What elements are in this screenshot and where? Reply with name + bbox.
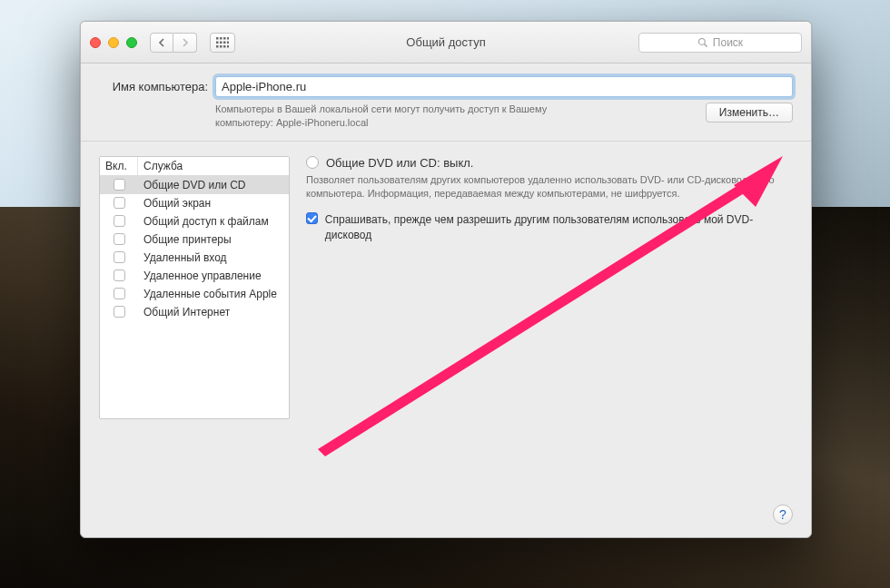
computer-name-input[interactable] (215, 76, 793, 97)
computer-name-label: Имя компьютера: (99, 80, 208, 93)
service-label: Общий доступ к файлам (138, 215, 289, 228)
computer-name-subtext: Компьютеры в Вашей локальной сети могут … (215, 103, 597, 130)
service-label: Удаленное управление (138, 270, 289, 282)
service-checkbox[interactable] (114, 215, 125, 227)
nav-back-forward (150, 33, 197, 53)
svg-rect-11 (227, 45, 229, 48)
service-row[interactable]: Общий Интернет (100, 303, 289, 321)
search-icon (697, 37, 708, 48)
service-status-indicator (306, 156, 319, 169)
svg-rect-1 (220, 37, 222, 40)
chevron-right-icon (182, 38, 189, 47)
svg-rect-6 (223, 41, 226, 44)
window-controls (90, 37, 137, 48)
sharing-body: Вкл. Служба Общие DVD или CDОбщий экранО… (81, 142, 811, 537)
service-label: Общий Интернет (138, 306, 289, 318)
svg-rect-10 (223, 45, 226, 48)
search-placeholder: Поиск (713, 36, 743, 49)
edit-hostname-button[interactable]: Изменить… (706, 103, 793, 122)
show-all-button[interactable] (210, 33, 235, 53)
svg-rect-4 (216, 41, 219, 44)
service-label: Общий экран (138, 197, 289, 210)
service-label: Общие принтеры (138, 233, 289, 246)
service-row[interactable]: Общий доступ к файлам (100, 212, 289, 230)
search-field[interactable]: Поиск (638, 33, 802, 53)
close-window-button[interactable] (90, 37, 101, 48)
service-detail: Общие DVD или CD: выкл. Позволяет пользо… (306, 156, 793, 523)
svg-rect-0 (216, 37, 219, 40)
ask-before-use-checkbox[interactable] (306, 212, 318, 224)
svg-rect-8 (216, 45, 219, 48)
help-button[interactable]: ? (773, 505, 793, 524)
svg-rect-2 (223, 37, 226, 40)
svg-line-13 (704, 44, 707, 46)
svg-rect-7 (227, 41, 229, 44)
service-row[interactable]: Общие DVD или CD (100, 176, 289, 194)
column-on[interactable]: Вкл. (100, 157, 138, 175)
service-label: Удаленный вход (138, 251, 289, 264)
services-table-header: Вкл. Служба (100, 157, 289, 176)
service-checkbox[interactable] (114, 197, 125, 209)
svg-rect-5 (220, 41, 222, 44)
svg-point-12 (698, 38, 705, 44)
grid-icon (216, 37, 229, 48)
service-label: Удаленные события Apple (138, 288, 289, 300)
service-row[interactable]: Удаленные события Apple (100, 285, 289, 303)
service-checkbox[interactable] (114, 288, 125, 299)
service-checkbox[interactable] (114, 306, 125, 318)
service-row[interactable]: Удаленный вход (100, 249, 289, 267)
service-description: Позволяет пользователям других компьютер… (306, 173, 793, 201)
titlebar: Общий доступ Поиск (81, 22, 811, 64)
service-checkbox[interactable] (114, 270, 125, 281)
service-row[interactable]: Удаленное управление (100, 267, 289, 285)
forward-button[interactable] (173, 33, 197, 53)
ask-before-use-label: Спрашивать, прежде чем разрешить другим … (325, 212, 793, 241)
service-label: Общие DVD или CD (138, 179, 289, 191)
service-status-title: Общие DVD или CD: выкл. (326, 156, 473, 170)
svg-rect-9 (220, 45, 222, 48)
service-row[interactable]: Общие принтеры (100, 230, 289, 249)
services-table[interactable]: Вкл. Служба Общие DVD или CDОбщий экранО… (99, 156, 290, 419)
service-row[interactable]: Общий экран (100, 194, 289, 212)
minimize-window-button[interactable] (108, 37, 119, 48)
back-button[interactable] (150, 33, 173, 53)
service-checkbox[interactable] (114, 251, 125, 263)
computer-name-section: Имя компьютера: Компьютеры в Вашей локал… (81, 64, 811, 142)
sharing-preferences-window: Общий доступ Поиск Имя компьютера: Компь… (80, 21, 812, 538)
chevron-left-icon (158, 38, 165, 47)
service-checkbox[interactable] (114, 233, 125, 245)
svg-rect-3 (227, 37, 229, 40)
column-service[interactable]: Служба (138, 157, 289, 175)
service-checkbox[interactable] (114, 179, 125, 191)
zoom-window-button[interactable] (126, 37, 137, 48)
